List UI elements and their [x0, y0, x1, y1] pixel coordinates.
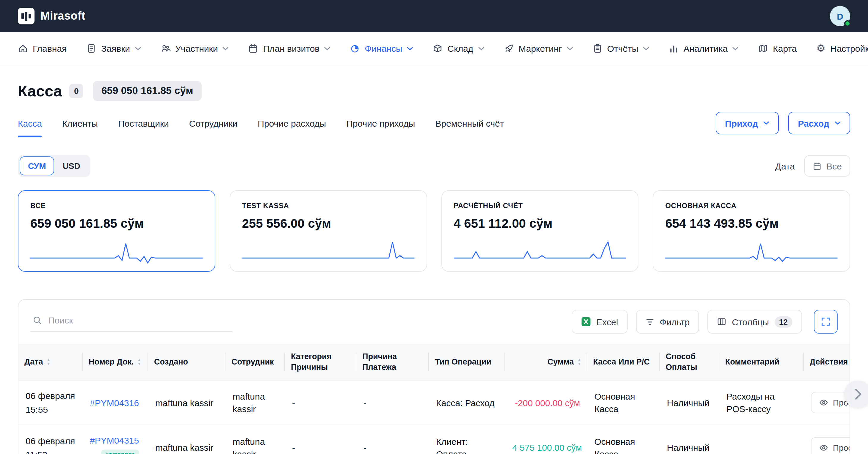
sort-icon: ▲▼ [578, 358, 581, 366]
currency-toggle: СУМ USD [18, 155, 90, 177]
columns-button[interactable]: Столбцы 12 [708, 310, 802, 333]
currency-usd[interactable]: USD [55, 156, 89, 175]
settings-icon: ⚙ [816, 43, 826, 54]
column-header-amount[interactable]: Сумма▲▼ [505, 344, 587, 380]
filter-label: Фильтр [660, 317, 690, 327]
tab-suppliers[interactable]: Поставщики [118, 112, 169, 137]
columns-icon [717, 317, 727, 326]
doc-link[interactable]: #PYM04316 [90, 397, 139, 408]
date-all-label: Все [826, 161, 842, 171]
cell-created: maftuna kassir [148, 380, 225, 425]
nav-label: Маркетинг [519, 43, 562, 54]
cell-actions: Просмотреть [804, 425, 850, 454]
sparkline-chart [665, 239, 838, 265]
nav-label: Финансы [365, 43, 402, 54]
cell-date: 06 февраля11:53 [19, 425, 83, 454]
cell-amount: 4 575 100.00 сўм [505, 425, 587, 454]
cell-doc-number: #PYM04315 #TC00261 [83, 425, 148, 454]
nav-item-warehouse[interactable]: Склад [433, 43, 484, 54]
cell-doc-number: #PYM04316 [83, 380, 148, 425]
date-filter-label: Дата [775, 161, 795, 171]
search-box [30, 312, 232, 332]
chevron-down-icon [324, 47, 330, 50]
nav-label: Участники [175, 43, 218, 54]
nav-item-requests[interactable]: Заявки [86, 43, 141, 54]
nav-item-analytics[interactable]: Аналитика [669, 43, 739, 54]
chevron-down-icon [764, 121, 770, 125]
chevron-down-icon [567, 47, 572, 50]
column-header-employee: Сотрудник [225, 344, 285, 380]
tab-employees[interactable]: Сотрудники [189, 112, 238, 137]
columns-count-badge: 12 [774, 316, 793, 327]
date-filter-group: Дата Все [775, 155, 850, 176]
cell-actions: Просмотреть [804, 380, 850, 425]
home-icon [18, 43, 28, 54]
tab-kassa[interactable]: Касса [18, 112, 42, 137]
excel-label: Excel [596, 317, 618, 327]
search-input[interactable] [48, 315, 230, 325]
kassa-cards: ВСЕ 659 050 161.85 сўм TEST KASSA 255 55… [0, 190, 868, 272]
cell-payment-method: Наличный [660, 380, 719, 425]
column-header-doc-number[interactable]: Номер Док.▲▼ [83, 344, 148, 380]
excel-export-button[interactable]: Excel [572, 310, 627, 333]
tabs-row: Касса Клиенты Поставщики Сотрудники Проч… [0, 112, 868, 138]
cell-account: Основная Касса [587, 425, 660, 454]
nav-label: Склад [447, 43, 473, 54]
kassa-card-settlement-account[interactable]: РАСЧЁТНЫЙ СЧЁТ 4 651 112.00 сўм [441, 190, 639, 272]
cell-operation: Касса: Расход [429, 380, 505, 425]
fullscreen-button[interactable] [814, 310, 838, 333]
kassa-card-main-kassa[interactable]: ОСНОВНАЯ КАССА 654 143 493.85 сўм [653, 190, 850, 272]
expense-button-label: Расход [798, 118, 830, 128]
nav-item-participants[interactable]: Участники [160, 43, 228, 54]
tab-clients[interactable]: Клиенты [62, 112, 98, 137]
column-header-reason-category: Категория Причины [285, 344, 356, 380]
excel-icon [581, 317, 591, 326]
nav-item-finances[interactable]: Финансы [350, 43, 413, 54]
tab-other-expenses[interactable]: Прочие расходы [258, 112, 326, 137]
expense-button[interactable]: Расход [788, 112, 850, 134]
view-button[interactable]: Просмотреть [811, 437, 850, 454]
nav-label: План визитов [263, 43, 319, 54]
kassa-card-all[interactable]: ВСЕ 659 050 161.85 сўм [18, 190, 215, 272]
topbar: Mirasoft D [0, 0, 868, 32]
main-nav: Главная Заявки Участники План визитов Фи… [0, 32, 868, 65]
kassa-card-amount: 4 651 112.00 сўм [454, 217, 626, 231]
reports-icon [592, 43, 602, 54]
cell-created: maftuna kassir [148, 425, 225, 454]
nav-item-map[interactable]: Карта [758, 43, 797, 54]
filter-button[interactable]: Фильтр [636, 310, 699, 333]
marketing-icon [504, 43, 514, 54]
column-header-actions: Действия [804, 344, 850, 380]
filter-icon [646, 317, 654, 326]
user-avatar[interactable]: D [830, 6, 850, 26]
column-header-date[interactable]: Дата▲▼ [19, 344, 83, 380]
transactions-card: Excel Фильтр Столбцы 12 [18, 299, 850, 454]
nav-label: Карта [773, 43, 797, 54]
finance-pie-icon [350, 43, 360, 54]
column-header-comment: Комментарий [719, 344, 804, 380]
date-all-button[interactable]: Все [804, 155, 850, 176]
kassa-card-test-kassa[interactable]: TEST KASSA 255 556.00 сўм [230, 190, 427, 272]
nav-item-home[interactable]: Главная [18, 43, 67, 54]
income-button[interactable]: Приход [715, 112, 779, 134]
chevron-down-icon [732, 47, 738, 50]
nav-label: Заявки [101, 43, 130, 54]
warehouse-icon [433, 43, 443, 54]
nav-item-marketing[interactable]: Маркетинг [504, 43, 572, 54]
brand-logo-icon[interactable] [18, 8, 34, 24]
currency-sum[interactable]: СУМ [20, 156, 55, 175]
tab-temp-account[interactable]: Временный счёт [435, 112, 504, 137]
nav-label: Аналитика [684, 43, 728, 54]
column-header-account: Касса Или Р/С [587, 344, 660, 380]
kassa-card-amount: 659 050 161.85 сўм [30, 217, 203, 231]
tc-tag-badge: #TC00261 [101, 450, 139, 454]
cell-reason: - [356, 425, 429, 454]
calendar-icon [813, 161, 822, 170]
tab-actions: Приход Расход [715, 112, 850, 138]
column-header-operation-type: Тип Операции [429, 344, 505, 380]
tab-other-incomes[interactable]: Прочие приходы [346, 112, 415, 137]
nav-item-reports[interactable]: Отчёты [592, 43, 649, 54]
doc-link[interactable]: #PYM04315 [90, 434, 139, 447]
nav-item-visit-plan[interactable]: План визитов [248, 43, 330, 54]
nav-item-settings[interactable]: ⚙ Настройки [816, 43, 868, 54]
